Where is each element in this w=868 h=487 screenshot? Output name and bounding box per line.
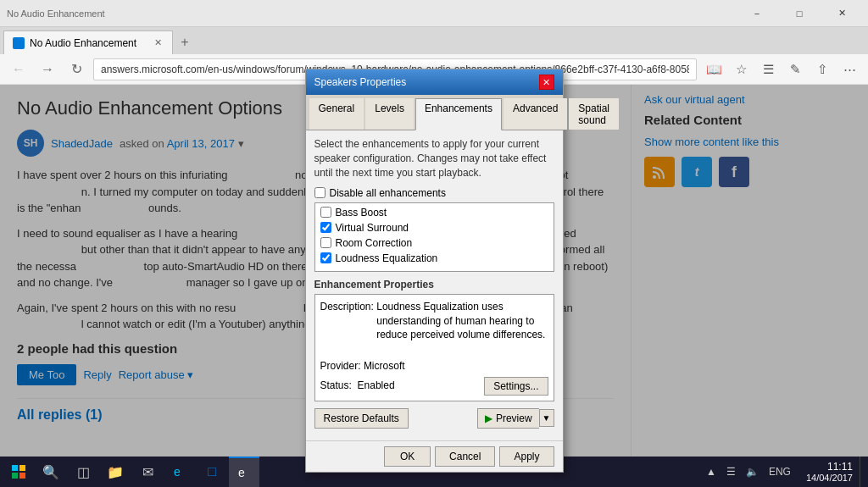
forward-button[interactable]: →	[36, 58, 59, 81]
start-button[interactable]	[3, 457, 34, 487]
svg-rect-1	[12, 465, 18, 471]
clock-time: 11:11	[806, 461, 853, 473]
provider-value: Microsoft	[364, 359, 405, 374]
store-icon[interactable]: □	[197, 457, 227, 487]
reading-view-icon[interactable]: 📖	[702, 58, 726, 81]
refresh-button[interactable]: ↻	[64, 58, 88, 81]
system-tray: ▲ ☰ 🔈 ENG	[703, 464, 799, 479]
svg-text:e: e	[174, 465, 181, 479]
notes-icon[interactable]: ✎	[783, 58, 807, 81]
dialog-footer-row: Restore Defaults ▶ Preview ▼	[314, 408, 554, 429]
maximize-button[interactable]: □	[780, 0, 819, 27]
bass-boost-label: Bass Boost	[336, 207, 387, 219]
network-icon[interactable]: ☰	[723, 464, 739, 479]
preview-group: ▶ Preview ▼	[477, 408, 554, 429]
enhancements-list: Bass Boost Virtual Surround Room Correct…	[314, 202, 554, 272]
tab-favicon	[13, 37, 25, 49]
bass-boost-checkbox[interactable]	[320, 207, 331, 218]
tab-general[interactable]: General	[309, 98, 364, 130]
close-button[interactable]: ✕	[822, 0, 861, 27]
dialog-action-buttons: OK Cancel Apply	[306, 440, 563, 472]
virtual-surround-checkbox[interactable]	[320, 222, 331, 233]
dialog-tabs: General Levels Enhancements Advanced Spa…	[306, 95, 563, 130]
more-icon[interactable]: ⋯	[837, 58, 861, 81]
disable-all-label: Disable all enhancements	[330, 187, 446, 199]
status-row: Status: Enabled	[320, 379, 395, 393]
bass-boost-row: Bass Boost	[320, 207, 548, 219]
tab-spatial-sound[interactable]: Spatial sound	[569, 98, 619, 130]
clock[interactable]: 11:11 14/04/2017	[801, 461, 858, 483]
provider-label: Provider:	[320, 359, 361, 374]
virtual-surround-row: Virtual Surround	[320, 222, 548, 234]
clock-date: 14/04/2017	[806, 473, 853, 483]
disable-all-checkbox[interactable]	[314, 187, 326, 198]
dialog-title: Speakers Properties	[314, 76, 407, 88]
room-correction-checkbox[interactable]	[320, 237, 331, 248]
room-correction-label: Room Correction	[336, 237, 413, 249]
description-row: Description: Loudness Equalization uses …	[320, 300, 548, 342]
tab-close-button[interactable]: ✕	[153, 36, 164, 50]
svg-rect-2	[19, 465, 25, 471]
loudness-eq-checkbox[interactable]	[320, 252, 331, 263]
file-explorer-icon[interactable]: 📁	[100, 457, 131, 487]
restore-defaults-button[interactable]: Restore Defaults	[314, 408, 409, 429]
description-value: Loudness Equalization uses understanding…	[376, 300, 548, 342]
status-value: Enabled	[358, 379, 395, 391]
apply-button[interactable]: Apply	[499, 446, 554, 467]
dialog-body: Select the enhancements to apply for you…	[306, 130, 563, 440]
cancel-button[interactable]: Cancel	[435, 446, 495, 467]
hub-icon[interactable]: ☰	[756, 58, 780, 81]
dialog-close-button[interactable]: ✕	[539, 75, 554, 90]
tab-advanced[interactable]: Advanced	[504, 98, 567, 130]
dialog-title-bar: Speakers Properties ✕	[306, 69, 563, 95]
provider-row: Provider: Microsoft	[320, 359, 548, 374]
tab-bar: No Audio Enhancement ✕ +	[0, 27, 868, 54]
share-icon[interactable]: ⇧	[810, 58, 834, 81]
svg-rect-4	[19, 473, 25, 479]
microsoft-edge-icon[interactable]: e	[164, 457, 195, 487]
language-icon[interactable]: ENG	[765, 464, 794, 479]
preview-dropdown-button[interactable]: ▼	[539, 409, 554, 427]
search-taskbar-icon[interactable]: 🔍	[36, 457, 66, 487]
back-button[interactable]: ←	[7, 58, 31, 81]
active-browser-icon[interactable]: e	[229, 457, 259, 487]
tab-title: No Audio Enhancement	[30, 37, 147, 49]
browser-window-title: No Audio Enhancement	[7, 8, 105, 19]
task-view-icon[interactable]: ◫	[68, 457, 98, 487]
tray-chevron[interactable]: ▲	[703, 464, 720, 479]
virtual-surround-label: Virtual Surround	[336, 222, 409, 234]
enhancement-props-heading: Enhancement Properties	[314, 279, 554, 291]
room-correction-row: Room Correction	[320, 237, 548, 249]
dialog-description: Select the enhancements to apply for you…	[314, 137, 554, 180]
speakers-properties-dialog: Speakers Properties ✕ General Levels Enh…	[305, 69, 564, 472]
minimize-button[interactable]: −	[737, 0, 776, 27]
ok-button[interactable]: OK	[384, 446, 431, 467]
window-controls: − □ ✕	[737, 0, 861, 27]
modal-overlay: Speakers Properties ✕ General Levels Enh…	[0, 85, 868, 457]
svg-rect-3	[12, 473, 18, 479]
title-bar: No Audio Enhancement − □ ✕	[0, 0, 868, 27]
show-desktop-button[interactable]	[860, 457, 865, 487]
tab-enhancements[interactable]: Enhancements	[415, 98, 502, 130]
volume-icon[interactable]: 🔈	[743, 464, 762, 479]
toolbar-icons: 📖 ☆ ☰ ✎ ⇧ ⋯	[702, 58, 861, 81]
preview-button[interactable]: ▶ Preview	[477, 408, 539, 429]
description-label: Description:	[320, 300, 374, 342]
loudness-eq-row: Loudness Equalization	[320, 252, 548, 264]
status-label: Status:	[320, 379, 352, 391]
tab-levels[interactable]: Levels	[365, 98, 414, 130]
new-tab-button[interactable]: +	[173, 30, 197, 54]
svg-text:e: e	[238, 466, 245, 479]
disable-all-row: Disable all enhancements	[314, 187, 554, 199]
mail-icon[interactable]: ✉	[132, 457, 163, 487]
enhancement-props-box: Description: Loudness Equalization uses …	[314, 294, 554, 401]
settings-button[interactable]: Settings...	[484, 377, 548, 396]
browser-tab[interactable]: No Audio Enhancement ✕	[3, 30, 173, 54]
loudness-eq-label: Loudness Equalization	[336, 252, 438, 264]
favorites-icon[interactable]: ☆	[729, 58, 753, 81]
